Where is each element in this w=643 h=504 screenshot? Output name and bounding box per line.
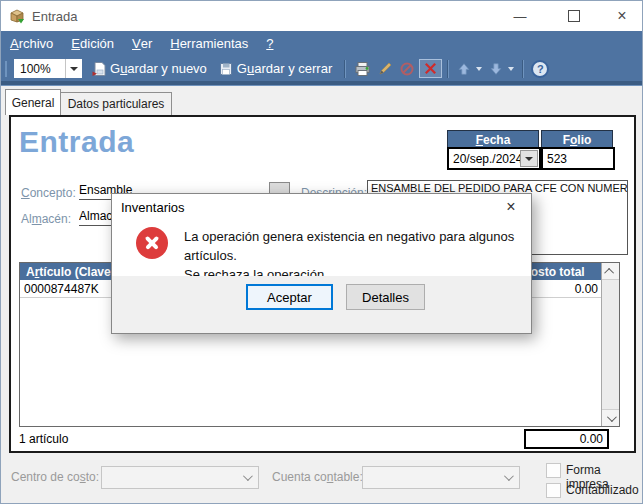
toolbar-edge (1, 81, 642, 86)
next-dropdown-icon[interactable] (508, 67, 514, 71)
fecha-dropdown-icon[interactable] (520, 150, 538, 167)
save-new-button[interactable]: Guardar y nuevo (88, 59, 215, 79)
almacen-label: Almacén: (21, 212, 71, 226)
tab-datos-particulares[interactable]: Datos particulares (60, 92, 172, 115)
dialog-message-line1: La operación genera existencia en negati… (184, 227, 531, 265)
dialog-footer: Aceptar Detalles (112, 276, 531, 333)
menu-item-ayuda[interactable]: ? (257, 31, 282, 56)
cuenta-contable-select[interactable] (362, 466, 520, 489)
chevron-down-icon (243, 471, 253, 481)
previous-dropdown-icon[interactable] (476, 67, 482, 71)
close-button[interactable]: × (601, 1, 643, 31)
title-bar: Entrada — × (1, 1, 642, 31)
print-button[interactable] (351, 59, 374, 79)
entrada-window: Entrada — × Archivo Edición Ver Herramie… (0, 0, 643, 504)
contabilizado-label: Contabilizado (566, 483, 639, 497)
article-count: 1 artículo (19, 432, 68, 446)
window-title: Entrada (32, 9, 78, 24)
concepto-label: Concepto: (21, 186, 76, 200)
fecha-value: 20/sep./2024 (453, 152, 522, 166)
save-close-button[interactable]: Guardar y cerrar (215, 59, 340, 79)
save-close-label: Guardar y cerrar (237, 61, 332, 76)
tab-general[interactable]: General (5, 89, 61, 115)
error-icon (136, 227, 168, 259)
toolbar: 100% Guardar y nuevo Guardar y cerrar (1, 56, 642, 81)
fecha-field[interactable]: 20/sep./2024 (447, 147, 541, 170)
page-title: Entrada (19, 125, 134, 159)
zoom-dropdown-icon[interactable] (65, 59, 82, 78)
dialog-title-bar[interactable]: Inventarios (112, 194, 531, 220)
cancel-document-button[interactable] (396, 59, 418, 79)
inventarios-dialog: Inventarios × La operación genera existe… (111, 193, 532, 334)
menu-item-ver[interactable]: Ver (123, 31, 161, 56)
delete-button[interactable] (419, 59, 442, 78)
menu-item-archivo[interactable]: Archivo (1, 31, 62, 56)
save-close-icon (218, 61, 234, 77)
red-x-icon (423, 61, 438, 76)
toolbar-separator (345, 60, 346, 78)
printer-icon (354, 61, 371, 77)
scroll-up-icon[interactable] (602, 263, 619, 280)
toolbar-grip (5, 61, 10, 77)
toolbar-separator (448, 60, 449, 78)
vertical-scrollbar[interactable] (601, 263, 619, 426)
centro-de-costo-select[interactable] (101, 466, 259, 489)
help-icon[interactable]: ? (531, 60, 549, 78)
total-field: 0.00 (524, 429, 609, 449)
next-button[interactable] (486, 60, 506, 78)
minimize-button[interactable]: — (499, 1, 541, 31)
arrow-down-icon (489, 62, 503, 76)
arrow-up-icon (457, 62, 471, 76)
menu-item-herramientas[interactable]: Herramientas (161, 31, 257, 56)
toolbar-separator (523, 60, 524, 78)
cuenta-contable-label: Cuenta contable: (272, 470, 363, 484)
zoom-combobox[interactable]: 100% (14, 59, 82, 78)
package-icon (9, 8, 25, 24)
zoom-value: 100% (20, 62, 51, 76)
aceptar-button[interactable]: Aceptar (246, 284, 333, 310)
pencil-icon (377, 61, 393, 77)
contabilizado-checkbox[interactable] (546, 483, 561, 498)
save-new-label: Guardar y nuevo (110, 61, 207, 76)
dialog-title: Inventarios (121, 200, 185, 215)
forma-impresa-checkbox[interactable] (546, 463, 561, 478)
folio-field[interactable]: 523 (541, 147, 615, 170)
prohibit-icon (399, 61, 415, 77)
detalles-button[interactable]: Detalles (346, 284, 425, 310)
chevron-down-icon (504, 471, 514, 481)
previous-button[interactable] (454, 60, 474, 78)
maximize-icon (568, 10, 580, 22)
centro-de-costo-label: Centro de costo: (11, 470, 99, 484)
folio-value: 523 (547, 152, 567, 166)
scroll-down-icon[interactable] (602, 409, 619, 426)
menu-bar: Archivo Edición Ver Herramientas ? (1, 31, 642, 56)
maximize-button[interactable] (553, 1, 595, 31)
edit-button[interactable] (374, 59, 396, 79)
save-new-icon (91, 61, 107, 77)
menu-item-edicion[interactable]: Edición (62, 31, 123, 56)
dialog-close-button[interactable]: × (491, 194, 531, 220)
